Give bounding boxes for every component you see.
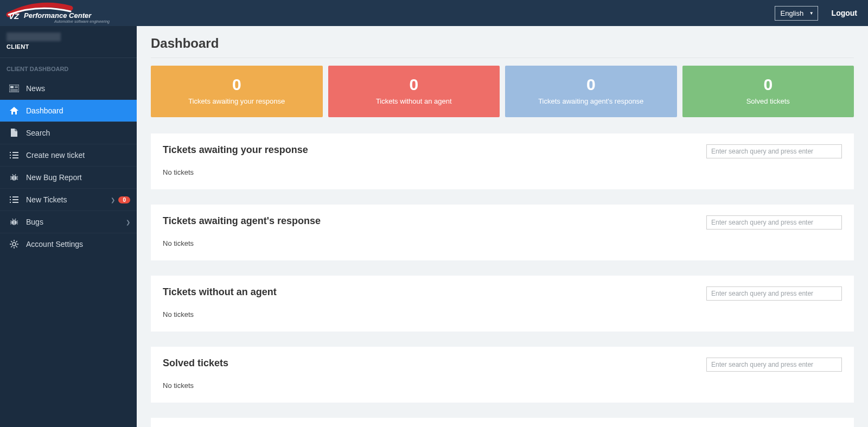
block-empty-text: No tickets: [163, 381, 842, 390]
svg-line-23: [12, 174, 13, 175]
svg-line-36: [16, 221, 18, 221]
sidebar-item-dashboard[interactable]: Dashboard: [0, 99, 137, 122]
main-content: Dashboard 0 Tickets awaiting your respon…: [137, 26, 868, 427]
svg-line-39: [12, 219, 13, 220]
home-icon: [9, 107, 20, 114]
sidebar: CLIENT CLIENT DASHBOARD News Dashboard: [0, 26, 137, 427]
chevron-right-icon: ❯: [126, 219, 130, 225]
stat-card-awaiting-agent-response[interactable]: 0 Tickets awaiting agent's response: [505, 66, 677, 117]
list-icon: [9, 152, 20, 158]
block-search-input[interactable]: [706, 215, 842, 230]
svg-line-48: [11, 246, 12, 247]
svg-line-47: [16, 246, 17, 247]
svg-line-40: [15, 219, 16, 220]
svg-line-24: [15, 174, 16, 175]
language-select[interactable]: English: [775, 6, 818, 21]
block-head: Tickets awaiting your response: [163, 144, 842, 158]
block-title: Tickets awaiting agent's response: [163, 215, 321, 227]
sidebar-item-news[interactable]: News: [0, 78, 137, 99]
stat-label: Tickets awaiting your response: [156, 97, 317, 105]
svg-line-19: [10, 179, 12, 180]
block-empty-text: No tickets: [163, 310, 842, 318]
sidebar-item-new-bug-report[interactable]: New Bug Report: [0, 166, 137, 188]
language-select-wrap: English: [775, 6, 818, 21]
svg-point-41: [12, 243, 16, 246]
newspaper-icon: [9, 85, 20, 92]
svg-line-35: [10, 224, 12, 224]
stat-card-awaiting-your-response[interactable]: 0 Tickets awaiting your response: [151, 66, 323, 117]
svg-line-22: [16, 179, 18, 180]
block-title: Solved tickets: [163, 358, 228, 369]
stat-cards-row: 0 Tickets awaiting your response 0 Ticke…: [151, 66, 854, 117]
topbar: VZ Performance Center Automotive softwar…: [0, 0, 868, 26]
block-empty-text: No tickets: [163, 168, 842, 176]
svg-rect-4: [10, 86, 14, 88]
block-search-input[interactable]: [706, 358, 842, 372]
block-search-input[interactable]: [706, 144, 842, 158]
sidebar-user-name-redacted: [7, 33, 61, 41]
file-icon: [9, 129, 20, 137]
block-search-input[interactable]: [706, 286, 842, 301]
block-awaiting-your-response: Tickets awaiting your response No ticket…: [151, 133, 854, 189]
sidebar-user-block: CLIENT: [0, 26, 137, 52]
block-title: Tickets without an agent: [163, 286, 277, 298]
block-solved-tickets: Solved tickets No tickets: [151, 347, 854, 403]
svg-text:Performance Center: Performance Center: [24, 11, 92, 20]
stat-card-without-agent[interactable]: 0 Tickets without an agent: [328, 66, 500, 117]
sidebar-item-label: Bugs: [26, 218, 43, 226]
stat-value: 0: [334, 75, 495, 94]
sidebar-item-label: New Bug Report: [26, 173, 82, 182]
bug-icon: [9, 218, 20, 226]
app-logo: VZ Performance Center Automotive softwar…: [5, 2, 125, 24]
sidebar-item-label: News: [26, 84, 45, 93]
sidebar-item-label: New Tickets: [26, 195, 67, 204]
sidebar-user-role: CLIENT: [7, 43, 130, 50]
sidebar-item-search[interactable]: Search: [0, 122, 137, 144]
stat-card-solved[interactable]: 0 Solved tickets: [682, 66, 854, 117]
gear-icon: [9, 240, 20, 248]
stat-value: 0: [156, 75, 317, 94]
chevron-right-icon: ❯: [111, 197, 115, 203]
block-head: Tickets without an agent: [163, 286, 842, 301]
block-head: Tickets awaiting agent's response: [163, 215, 842, 230]
stat-value: 0: [688, 75, 849, 94]
block-bugs-pending: Bugs pending to be attended No bug repor…: [151, 418, 854, 427]
stat-value: 0: [510, 75, 672, 94]
svg-line-46: [11, 241, 12, 242]
sidebar-item-create-ticket[interactable]: Create new ticket: [0, 144, 137, 166]
svg-line-49: [16, 241, 17, 242]
svg-line-33: [10, 221, 12, 221]
list-icon: [9, 196, 20, 203]
topbar-left: VZ Performance Center Automotive softwar…: [0, 2, 125, 24]
sidebar-item-new-tickets[interactable]: New Tickets ❯ 0: [0, 188, 137, 211]
block-awaiting-agent-response: Tickets awaiting agent's response No tic…: [151, 205, 854, 260]
stat-label: Solved tickets: [688, 97, 849, 105]
svg-line-38: [16, 224, 18, 224]
page-title: Dashboard: [151, 36, 854, 58]
sidebar-nav: News Dashboard Search Create new ticket: [0, 78, 137, 255]
logout-link[interactable]: Logout: [832, 9, 857, 17]
svg-text:VZ: VZ: [9, 11, 20, 21]
block-head: Solved tickets: [163, 358, 842, 372]
sidebar-item-label: Create new ticket: [26, 151, 85, 160]
svg-text:Automotive software engineerin: Automotive software engineering: [54, 20, 110, 24]
bug-icon: [9, 174, 20, 181]
sidebar-item-badge: 0: [118, 196, 130, 203]
block-title: Tickets awaiting your response: [163, 144, 308, 156]
sidebar-item-label: Account Settings: [26, 240, 83, 248]
svg-line-17: [10, 176, 12, 177]
sidebar-item-bugs[interactable]: Bugs ❯: [0, 211, 137, 233]
sidebar-section-label: CLIENT DASHBOARD: [0, 58, 137, 78]
topbar-right: English Logout: [775, 6, 857, 21]
block-without-agent: Tickets without an agent No tickets: [151, 276, 854, 332]
sidebar-item-account-settings[interactable]: Account Settings: [0, 233, 137, 255]
sidebar-item-label: Search: [26, 129, 50, 137]
svg-line-20: [16, 176, 18, 177]
sidebar-item-label: Dashboard: [26, 106, 63, 115]
stat-label: Tickets awaiting agent's response: [510, 97, 672, 105]
stat-label: Tickets without an agent: [334, 97, 495, 105]
block-empty-text: No tickets: [163, 239, 842, 247]
